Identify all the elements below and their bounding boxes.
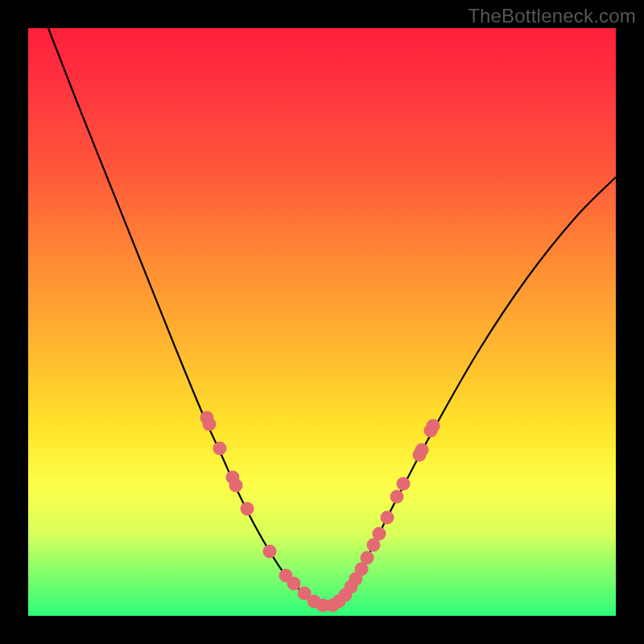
marker-dot xyxy=(415,444,429,457)
marker-dot xyxy=(381,511,394,525)
marker-dot xyxy=(397,477,411,491)
chart-frame: TheBottleneck.com xyxy=(0,0,644,644)
chart-plot-area xyxy=(28,28,616,616)
marker-dot xyxy=(263,545,277,559)
watermark-text: TheBottleneck.com xyxy=(468,5,636,27)
marker-dot xyxy=(203,418,217,431)
marker-dot xyxy=(241,502,254,516)
marker-dot xyxy=(427,419,440,433)
marker-dot xyxy=(229,479,243,493)
marker-dot xyxy=(390,490,404,504)
marker-dot xyxy=(361,551,374,565)
highlight-markers xyxy=(200,411,440,613)
bottleneck-curve xyxy=(48,28,616,606)
chart-svg xyxy=(28,28,616,616)
marker-dot xyxy=(213,442,227,456)
curve-path xyxy=(48,28,616,606)
marker-dot xyxy=(373,527,386,541)
marker-dot xyxy=(287,577,301,591)
